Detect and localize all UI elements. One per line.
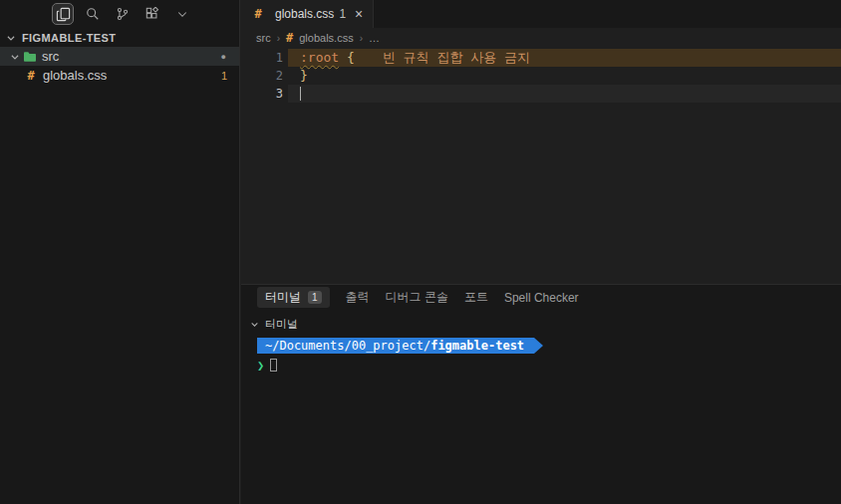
- panel-tab-spell-checker[interactable]: Spell Checker: [504, 291, 579, 305]
- panel-tab-ports[interactable]: 포트: [464, 289, 488, 306]
- css-file-icon: #: [24, 69, 38, 83]
- code-line-2: 2 }: [241, 67, 841, 85]
- tree-item-label: globals.css: [43, 68, 107, 83]
- code-text: :root {빈 규칙 집합 사용 금지: [300, 49, 530, 67]
- chevron-right-icon: ›: [277, 33, 280, 44]
- panel-tab-output[interactable]: 출력: [346, 289, 370, 306]
- tab-globals-css[interactable]: # globals.css 1 ×: [241, 0, 374, 28]
- breadcrumb-file[interactable]: globals.css: [299, 32, 353, 44]
- bottom-panel: 터미널 1 출력 디버그 콘솔 포트 Spell Checker 터미널 ~/D…: [241, 284, 841, 504]
- breadcrumb-src[interactable]: src: [256, 32, 271, 44]
- terminal-count-badge: 1: [308, 291, 322, 304]
- code-line-1: 1 :root {빈 규칙 집합 사용 금지: [241, 49, 841, 67]
- terminal-path-prefix: ~/Documents/00_project/: [265, 339, 430, 353]
- problems-count-badge: 1: [221, 70, 227, 82]
- tree-item-globals-css[interactable]: # globals.css 1: [0, 66, 239, 85]
- terminal-section-label: 터미널: [265, 317, 298, 332]
- lint-warning-message: 빈 규칙 집합 사용 금지: [383, 50, 530, 65]
- modified-dot: ●: [221, 52, 226, 62]
- vscode-window: FIGMABLE-TEST src ● # globals.css 1 #: [0, 0, 841, 504]
- panel-tab-bar: 터미널 1 출력 디버그 콘솔 포트 Spell Checker: [241, 285, 841, 310]
- terminal-path-segment: ~/Documents/00_project/figmable-test: [257, 338, 534, 354]
- chevron-down-icon: [3, 33, 19, 43]
- code-line-3: 3: [241, 85, 841, 103]
- terminal-path-line: ~/Documents/00_project/figmable-test: [257, 338, 841, 354]
- folder-src-icon: [23, 51, 37, 63]
- tab-bar: # globals.css 1 ×: [241, 0, 841, 28]
- activity-bar: [0, 0, 239, 28]
- terminal-content[interactable]: ~/Documents/00_project/figmable-test ❯: [241, 338, 841, 373]
- powerline-arrow-icon: [534, 338, 543, 354]
- line-number: 3: [241, 85, 283, 103]
- close-brace: }: [300, 67, 308, 85]
- editor-caret: [300, 87, 301, 101]
- tree-item-label: src: [42, 49, 59, 64]
- terminal-cursor: [270, 359, 277, 372]
- breadcrumb-symbol[interactable]: …: [369, 32, 380, 44]
- line-number: 1: [241, 49, 283, 67]
- chevron-right-icon: ›: [360, 33, 363, 44]
- search-icon[interactable]: [82, 3, 104, 25]
- source-control-icon[interactable]: [112, 3, 134, 25]
- terminal-prompt-line: ❯: [257, 358, 841, 373]
- terminal-section-header[interactable]: 터미널: [241, 315, 841, 333]
- editor-area: # globals.css 1 × src › # globals.css › …: [241, 0, 841, 284]
- breadcrumb: src › # globals.css › …: [241, 28, 841, 48]
- code-editor[interactable]: 1 :root {빈 규칙 집합 사용 금지 2 } 3: [241, 49, 841, 103]
- panel-tab-debug-console[interactable]: 디버그 콘솔: [386, 289, 448, 306]
- line-number: 2: [241, 67, 283, 85]
- open-brace: {: [347, 50, 355, 65]
- tree-item-src[interactable]: src ●: [0, 47, 239, 66]
- panel-tab-label: 터미널: [265, 289, 301, 306]
- sidebar: FIGMABLE-TEST src ● # globals.css 1: [0, 0, 240, 504]
- extensions-icon[interactable]: [141, 3, 163, 25]
- panel-tab-terminal[interactable]: 터미널 1: [257, 287, 330, 308]
- explorer-title: FIGMABLE-TEST: [22, 32, 116, 44]
- chevron-down-icon: [246, 320, 262, 329]
- css-file-icon: #: [251, 7, 265, 21]
- chevron-down-icon[interactable]: [171, 3, 193, 25]
- css-file-icon: #: [286, 31, 293, 45]
- css-selector: :root: [300, 50, 339, 65]
- close-icon[interactable]: ×: [355, 7, 363, 21]
- terminal-path-folder: figmable-test: [430, 339, 524, 353]
- chevron-down-icon: [7, 52, 23, 62]
- explorer-section-header[interactable]: FIGMABLE-TEST: [0, 28, 239, 47]
- current-line-highlight: [288, 85, 841, 103]
- tab-label: globals.css: [275, 7, 334, 21]
- tab-badge: 1: [339, 7, 346, 21]
- prompt-chevron: ❯: [257, 359, 264, 373]
- explorer-icon[interactable]: [52, 3, 74, 25]
